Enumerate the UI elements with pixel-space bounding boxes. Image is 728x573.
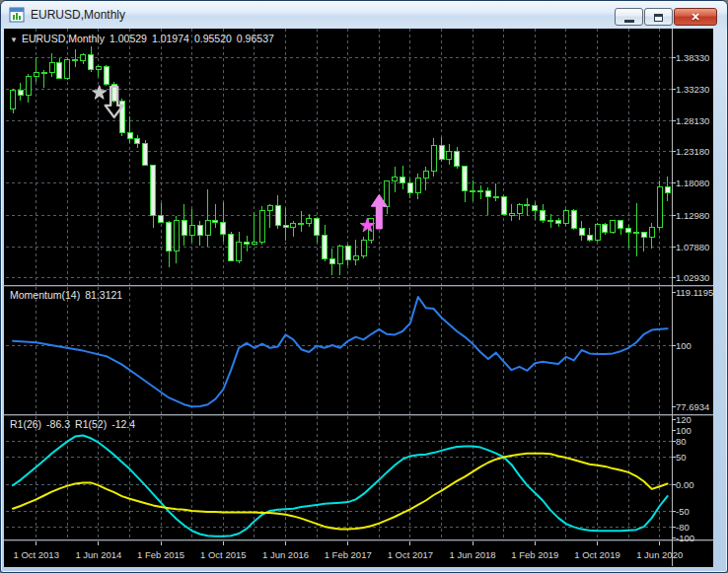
pane-separator[interactable] bbox=[4, 415, 713, 416]
r1-26-value: -86.3 bbox=[46, 418, 70, 430]
r1-52-line bbox=[13, 454, 668, 530]
price-axis-label: 1.02930 bbox=[676, 272, 709, 283]
candle-body bbox=[400, 178, 405, 183]
candle-body bbox=[65, 59, 70, 79]
close-icon: ✕ bbox=[675, 11, 716, 24]
price-axis-label: 1.12980 bbox=[676, 210, 709, 221]
candle-body bbox=[26, 76, 31, 96]
candle-body bbox=[221, 223, 226, 234]
candle-body bbox=[229, 234, 234, 261]
candle-body bbox=[353, 255, 358, 259]
candle-body bbox=[541, 211, 546, 220]
pane-separator[interactable] bbox=[4, 539, 713, 540]
candle-body bbox=[517, 204, 522, 213]
title-bar[interactable]: EURUSD,Monthly ✕ bbox=[1, 1, 727, 29]
candle-body bbox=[49, 62, 54, 72]
header-high: 1.01974 bbox=[152, 33, 189, 44]
r1-52-value: -12.4 bbox=[111, 418, 135, 430]
candle-body bbox=[18, 91, 23, 96]
candle-body bbox=[439, 146, 444, 160]
candle-body bbox=[533, 206, 538, 211]
candle-body bbox=[548, 220, 553, 222]
candle-body bbox=[407, 183, 412, 193]
candle-body bbox=[485, 190, 490, 196]
candle-body bbox=[182, 220, 186, 235]
candle-body bbox=[213, 221, 218, 223]
restore-icon bbox=[654, 14, 663, 22]
candle-body bbox=[478, 190, 483, 192]
r1-26-name: R1(26) bbox=[10, 418, 41, 430]
r1-52-name: R1(52) bbox=[75, 418, 107, 430]
candle-body bbox=[634, 232, 639, 234]
oscillator-axis-label: 120 bbox=[676, 414, 692, 425]
pane-separator[interactable] bbox=[4, 286, 713, 287]
candle-body bbox=[571, 211, 576, 229]
candle-body bbox=[237, 243, 242, 261]
candle-body bbox=[641, 232, 646, 237]
candle-body bbox=[345, 247, 350, 260]
time-axis-label[interactable]: 1 Oct 2015 bbox=[200, 549, 246, 560]
pane-separator[interactable] bbox=[4, 285, 713, 286]
header-symbol: EURUSD,Monthly bbox=[22, 33, 105, 44]
time-axis-label[interactable]: 1 Jun 2020 bbox=[636, 549, 683, 560]
price-axis-label: 1.33230 bbox=[676, 84, 709, 95]
candle-body bbox=[135, 139, 140, 143]
candle-body bbox=[493, 196, 498, 198]
minimize-button[interactable] bbox=[615, 8, 643, 26]
pane-separator[interactable] bbox=[4, 414, 713, 415]
candle-body bbox=[595, 225, 600, 241]
candle-body bbox=[275, 206, 280, 226]
time-axis-label[interactable]: 1 Jun 2016 bbox=[262, 549, 309, 560]
momentum-value: 81.3121 bbox=[85, 289, 122, 301]
header-open: 1.00529 bbox=[109, 33, 147, 44]
candle-body bbox=[143, 143, 148, 165]
chevron-down-icon[interactable]: ▼ bbox=[10, 36, 18, 44]
candle-body bbox=[611, 221, 616, 233]
oscillator-indicator-label: R1(26)-86.3R1(52)-12.4 bbox=[10, 418, 140, 430]
candle-body bbox=[127, 132, 132, 139]
candle-body bbox=[252, 242, 256, 245]
oscillator-axis-label: 80 bbox=[676, 436, 687, 447]
time-axis-label[interactable]: 1 Feb 2017 bbox=[325, 549, 372, 560]
window-title: EURUSD,Monthly bbox=[31, 8, 125, 22]
chart-client-area: 1.383301.332301.281301.231801.180801.129… bbox=[4, 29, 713, 567]
symbol-ohlc-header: ▼EURUSD,Monthly1.005291.019740.955200.96… bbox=[10, 33, 279, 44]
candle-body bbox=[205, 221, 210, 236]
restore-button[interactable] bbox=[644, 8, 673, 26]
candle-body bbox=[619, 221, 623, 229]
candle-body bbox=[315, 219, 320, 235]
momentum-indicator-label: Momentum(14)81.3121 bbox=[10, 289, 127, 301]
time-axis-label[interactable]: 1 Jun 2018 bbox=[450, 549, 496, 560]
time-axis-label[interactable]: 1 Oct 2013 bbox=[13, 549, 58, 560]
candle-body bbox=[337, 247, 342, 264]
candle-body bbox=[626, 228, 631, 232]
momentum-name: Momentum(14) bbox=[10, 289, 80, 301]
time-axis-label[interactable]: 1 Feb 2015 bbox=[137, 549, 184, 560]
candle-body bbox=[299, 223, 304, 225]
candle-body bbox=[455, 152, 460, 167]
candle-body bbox=[81, 55, 86, 61]
candle-body bbox=[167, 222, 172, 251]
candle-body bbox=[587, 235, 592, 240]
candle-body bbox=[329, 259, 334, 263]
candle-body bbox=[563, 211, 568, 224]
candle-body bbox=[245, 243, 250, 245]
header-low: 0.95520 bbox=[194, 33, 232, 44]
candle-body bbox=[393, 178, 398, 181]
candle-body bbox=[151, 166, 156, 216]
candle-body bbox=[259, 210, 264, 242]
momentum-axis-label: 119.1195 bbox=[676, 287, 713, 298]
time-axis-label[interactable]: 1 Feb 2019 bbox=[511, 549, 558, 560]
time-axis-label[interactable]: 1 Oct 2019 bbox=[574, 549, 619, 560]
candle-body bbox=[665, 186, 670, 192]
candle-body bbox=[34, 73, 38, 76]
time-axis-label[interactable]: 1 Jun 2014 bbox=[75, 549, 121, 560]
candle-body bbox=[104, 66, 109, 85]
candle-body bbox=[189, 225, 194, 235]
time-axis-label[interactable]: 1 Oct 2017 bbox=[388, 549, 433, 560]
close-button[interactable]: ✕ bbox=[674, 8, 717, 26]
oscillator-axis-label: 0.00 bbox=[676, 479, 694, 490]
candle-body bbox=[361, 240, 366, 255]
pane-separator[interactable] bbox=[4, 540, 713, 541]
candle-body bbox=[501, 196, 506, 214]
